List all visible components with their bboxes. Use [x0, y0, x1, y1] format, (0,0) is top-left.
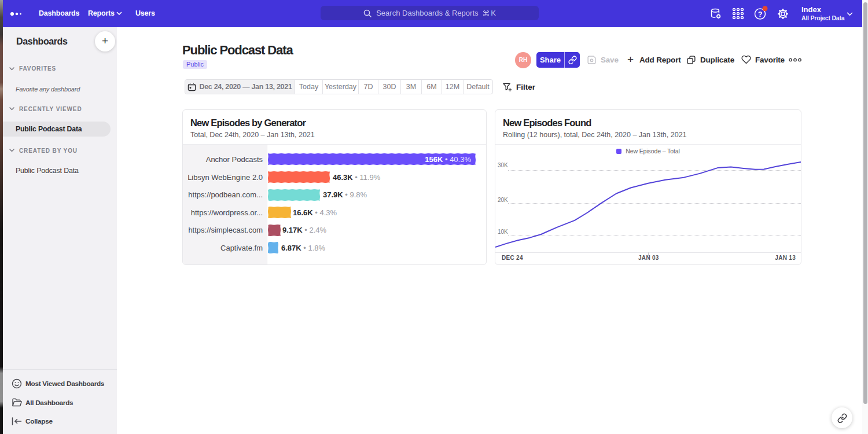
svg-text:?: ?	[758, 10, 763, 19]
